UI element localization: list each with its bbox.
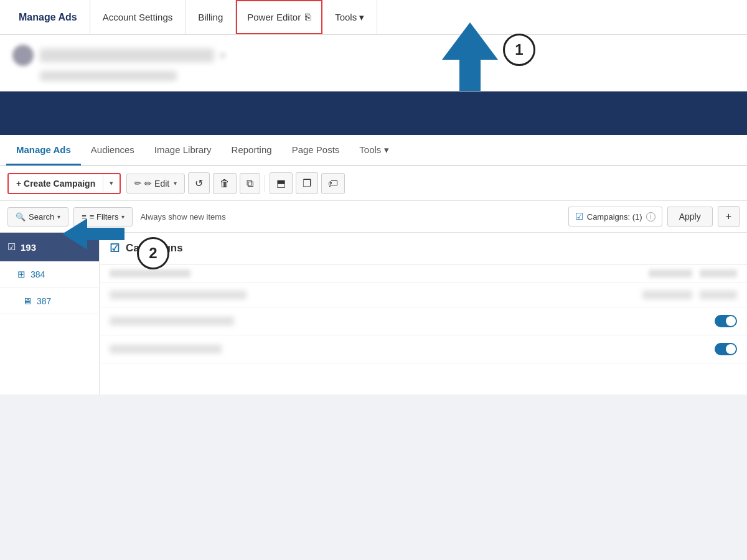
- adsets-icon: ⊞: [17, 269, 26, 280]
- copy-icon: ❐: [303, 177, 311, 189]
- ads-icon: 🖥: [22, 296, 32, 306]
- undo-icon: ↺: [195, 177, 203, 189]
- export-button[interactable]: ⬒: [270, 172, 293, 194]
- row-3-name: [110, 345, 222, 353]
- search-caret: ▾: [57, 213, 60, 220]
- col-name-header: [110, 269, 190, 278]
- delete-icon: 🗑: [220, 178, 230, 189]
- top-nav-tools[interactable]: Tools ▾: [322, 0, 377, 34]
- create-campaign-caret[interactable]: ▾: [103, 175, 120, 192]
- second-nav-tools[interactable]: Tools ▾: [349, 136, 398, 166]
- filters-button[interactable]: ≡ ≡ Filters ▾: [73, 207, 133, 226]
- apply-button[interactable]: Apply: [667, 207, 713, 226]
- campaigns-check-icon: ☑: [7, 241, 16, 253]
- col-status-header: [649, 269, 692, 278]
- campaigns-badge[interactable]: ☑ Campaigns: (1) i: [568, 207, 662, 226]
- account-name: [40, 49, 214, 62]
- second-nav-page-posts[interactable]: Page Posts: [282, 136, 350, 166]
- delete-button[interactable]: 🗑: [213, 173, 237, 194]
- toolbar: + Create Campaign ▾ ✏ ✏ Edit ▾ ↺ 🗑 ⧉ ⬒ ❐…: [0, 166, 747, 201]
- left-panel-ads[interactable]: 🖥 387: [0, 288, 99, 314]
- filters-icon: ≡: [82, 212, 87, 222]
- table-row[interactable]: [100, 307, 747, 335]
- second-nav-reporting[interactable]: Reporting: [222, 136, 282, 166]
- tag-button[interactable]: 🏷: [321, 173, 345, 194]
- row-1-name: [110, 291, 247, 299]
- blue-banner: [0, 91, 747, 135]
- campaigns-checkbox-icon: ☑: [575, 211, 583, 222]
- undo-button[interactable]: ↺: [188, 172, 210, 194]
- create-campaign-button[interactable]: + Create Campaign ▾: [7, 173, 121, 194]
- table-row[interactable]: [100, 283, 747, 307]
- edit-icon: ✏: [134, 179, 141, 188]
- row-1-col3: [700, 291, 737, 299]
- second-nav-audiences[interactable]: Audiences: [81, 136, 144, 166]
- filters-caret: ▾: [121, 213, 125, 220]
- export-icon: ⎘: [305, 12, 311, 23]
- edit-button[interactable]: ✏ ✏ Edit ▾: [126, 174, 185, 194]
- top-nav-manage-ads[interactable]: Manage Ads: [6, 0, 90, 34]
- account-sub: [40, 71, 177, 81]
- col-extra-header: [700, 269, 737, 278]
- filters-row: 🔍 Search ▾ ≡ ≡ Filters ▾ Always show new…: [0, 201, 747, 233]
- search-button[interactable]: 🔍 Search ▾: [7, 207, 68, 226]
- main-table: ☑ Campaigns: [100, 233, 747, 394]
- toolbar-divider-1: [265, 175, 265, 192]
- table-col-headers: [100, 264, 747, 283]
- left-panel: ☑ 193 ⊞ 384 🖥 387: [0, 233, 100, 394]
- search-icon: 🔍: [16, 212, 26, 222]
- avatar: [12, 45, 34, 66]
- plus-add-button[interactable]: +: [718, 206, 740, 227]
- row-2-toggle[interactable]: [715, 315, 737, 327]
- table-section-header: ☑ Campaigns: [100, 233, 747, 264]
- always-show-label: Always show new items: [138, 212, 228, 222]
- copy-button[interactable]: ❐: [296, 172, 318, 194]
- second-nav-manage-ads[interactable]: Manage Ads: [6, 136, 81, 166]
- table-row[interactable]: [100, 335, 747, 363]
- second-nav: Manage Ads Audiences Image Library Repor…: [0, 135, 747, 166]
- edit-caret[interactable]: ▾: [174, 180, 177, 187]
- second-nav-image-library[interactable]: Image Library: [144, 136, 222, 166]
- info-icon: i: [646, 212, 655, 222]
- export-icon-btn: ⬒: [276, 177, 286, 189]
- left-panel-adsets[interactable]: ⊞ 384: [0, 261, 99, 288]
- row-1-col2: [642, 291, 692, 299]
- top-nav: Manage Ads Account Settings Billing Powe…: [0, 0, 747, 35]
- table-area: ☑ 193 ⊞ 384 🖥 387 ☑ Campaigns: [0, 233, 747, 394]
- account-section: ▾: [0, 35, 747, 91]
- duplicate-button[interactable]: ⧉: [240, 173, 260, 194]
- row-3-toggle[interactable]: [715, 343, 737, 355]
- tag-icon: 🏷: [328, 178, 338, 189]
- top-nav-power-editor[interactable]: Power Editor ⎘: [236, 0, 322, 34]
- duplicate-icon: ⧉: [247, 178, 253, 189]
- top-nav-account-settings[interactable]: Account Settings: [90, 0, 186, 34]
- table-header-checkbox[interactable]: ☑: [110, 241, 120, 255]
- left-panel-campaigns[interactable]: ☑ 193: [0, 233, 99, 261]
- top-nav-billing[interactable]: Billing: [186, 0, 236, 34]
- row-2-name: [110, 317, 234, 325]
